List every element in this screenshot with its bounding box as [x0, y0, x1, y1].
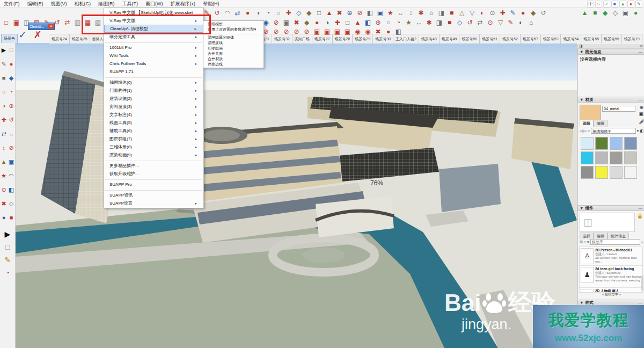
- file-tool-icon[interactable]: ▦: [84, 18, 92, 27]
- back-icon[interactable]: ◁: [580, 129, 582, 133]
- sandbox-tool-icon[interactable]: ◆: [601, 9, 609, 17]
- toolbar-icon[interactable]: ⊘: [282, 27, 290, 36]
- draw-tool-icon[interactable]: ✎: [1, 57, 8, 71]
- toolbar-icon[interactable]: ▣: [323, 27, 331, 36]
- toolbar-icon[interactable]: ⊘: [292, 27, 301, 36]
- menu-bar-item[interactable]: 相机(C): [71, 0, 95, 8]
- draw-tool-icon[interactable]: ★: [1, 169, 8, 183]
- cleanup-submenu-item[interactable]: 归零图层 ▸: [203, 46, 264, 51]
- sandbox-tool-icon[interactable]: ■: [591, 9, 599, 17]
- scene-tab[interactable]: 场景号57: [521, 34, 541, 44]
- toolbar-icon[interactable]: ●: [244, 9, 252, 17]
- extensions-menu-item[interactable]: 辅助工具(6) ▸: [104, 127, 203, 135]
- extensions-menu-item[interactable]: 线面工具(5) ▸: [104, 119, 203, 127]
- draw-tool-icon[interactable]: ◑: [1, 99, 8, 113]
- toolbar-icon[interactable]: ●: [384, 27, 392, 36]
- toolbar-icon[interactable]: ■: [445, 18, 453, 27]
- search-icon[interactable]: ⌕: [641, 240, 643, 244]
- draw-tool-icon[interactable]: ◇: [8, 197, 15, 211]
- toolbar-icon[interactable]: ✖: [292, 18, 301, 27]
- toolbar-icon[interactable]: ◧: [394, 27, 402, 36]
- toolbar-icon[interactable]: ▲: [325, 9, 333, 17]
- draw-tool-icon[interactable]: ◔: [8, 85, 15, 99]
- toolbar-icon[interactable]: ▣: [282, 18, 290, 27]
- extensions-menu-item[interactable]: Chris Fullmer Tools ▸: [104, 60, 203, 68]
- scene-tab[interactable]: 场景号24: [49, 34, 70, 44]
- select-tool-icon[interactable]: ▶: [2, 228, 13, 241]
- forward-icon[interactable]: ▷: [583, 129, 586, 133]
- detail-icon[interactable]: ◧: [640, 129, 643, 133]
- toolbar-icon[interactable]: ⊘: [303, 27, 311, 36]
- cleanup-tool-icon[interactable]: ✓: [16, 31, 29, 39]
- extensions-menu-item[interactable]: SUAPP资讯 ▸: [104, 191, 203, 199]
- menu-bar-item[interactable]: 绘图(R): [94, 0, 119, 8]
- collapse-icon[interactable]: —: [639, 206, 643, 211]
- material-swatch[interactable]: [595, 166, 608, 179]
- chevron-down-icon[interactable]: ▾: [587, 240, 589, 244]
- scene-tab[interactable]: 场景号54: [561, 34, 581, 44]
- menu-bar-item[interactable]: 扩展程序(x): [167, 0, 200, 8]
- scene-tab[interactable]: 场景号51: [480, 34, 500, 44]
- material-swatch[interactable]: [624, 166, 637, 179]
- materials-header[interactable]: ▼ 材质 —: [577, 97, 644, 103]
- toolbar-icon[interactable]: ↺: [539, 9, 547, 17]
- sandbox-tool-icon[interactable]: ●: [632, 9, 640, 17]
- menu-bar-item[interactable]: 窗口(W): [142, 0, 167, 8]
- material-swatch[interactable]: [581, 137, 594, 150]
- page-forward-icon[interactable]: ▹: [619, 292, 621, 296]
- scene-tab[interactable]: 场景号49: [440, 34, 460, 44]
- toolbar-icon[interactable]: ◇: [295, 9, 303, 17]
- component-scrollbar[interactable]: [641, 276, 643, 291]
- extensions-menu-item[interactable]: V-Ray 中文版 ▸: [104, 17, 203, 25]
- extensions-menu-item[interactable]: V-Ray 中文版 【SketchUp吧 汉化 www.sketchupbar.…: [104, 9, 203, 17]
- extensions-menu-item[interactable]: Wiki Tools ▸: [104, 52, 203, 60]
- toolbar-icon[interactable]: ▣: [343, 27, 352, 36]
- extensions-menu-item[interactable]: 渲染动画(9) ▸: [104, 151, 203, 159]
- extensions-menu-item[interactable]: 门窗构件(1) ▸: [104, 86, 203, 95]
- extensions-menu-item[interactable]: 建筑设施(2) ▸: [104, 95, 203, 103]
- extensions-menu-item[interactable]: SUAPP设置 ▸: [104, 199, 203, 207]
- toolbar-icon[interactable]: ↺: [213, 9, 221, 17]
- draw-tool-icon[interactable]: ✚: [1, 113, 8, 127]
- collapse-icon[interactable]: —: [639, 49, 643, 54]
- extensions-menu-item[interactable]: SUAPP 1.71 ▸: [104, 68, 203, 76]
- select-tool-icon[interactable]: ✎: [2, 253, 13, 266]
- toolbar-icon[interactable]: ◧: [364, 18, 372, 27]
- tray-icon[interactable]: S: [595, 1, 602, 8]
- toolbar-icon[interactable]: ⊕: [346, 9, 354, 17]
- toolbar-icon[interactable]: □: [315, 9, 323, 17]
- home-icon[interactable]: ⌂: [584, 240, 586, 244]
- menu-bar-item[interactable]: 视图(V): [47, 0, 71, 8]
- collapse-icon[interactable]: —: [639, 300, 643, 305]
- toolbar-icon[interactable]: ↺: [466, 18, 474, 27]
- extensions-menu-item[interactable]: 房间屋顶(3) ▸: [104, 103, 203, 111]
- material-swatch[interactable]: [624, 151, 637, 164]
- toolbar-icon[interactable]: ○: [274, 9, 282, 17]
- toolbar-icon[interactable]: ◉: [364, 27, 372, 36]
- select-tool-icon[interactable]: ◔: [2, 266, 13, 279]
- toolbar-icon[interactable]: ◆: [305, 9, 313, 17]
- tray-icon[interactable]: ✎: [635, 1, 642, 8]
- toolbar-icon[interactable]: ⊕: [374, 18, 382, 27]
- toolbar-icon[interactable]: ⊙: [488, 9, 496, 17]
- draw-tool-icon[interactable]: ▣: [8, 155, 15, 169]
- draw-tool-icon[interactable]: ●: [8, 57, 15, 71]
- extensions-menu-item[interactable]: 细分光滑工具 ▸: [104, 33, 203, 41]
- toolbar-icon[interactable]: ✎: [509, 9, 517, 17]
- sandbox-tool-icon[interactable]: ▲: [581, 9, 589, 17]
- tray-icon[interactable]: ▲: [619, 1, 626, 8]
- toolbar-icon[interactable]: ★: [405, 18, 413, 27]
- entity-info-header[interactable]: ▼ 图元信息 —: [577, 49, 644, 55]
- extensions-menu-item[interactable]: 轴网墙体(0) ▸: [104, 78, 203, 86]
- menu-bar-item[interactable]: 工具(T): [119, 0, 142, 8]
- cleanup-floating-toolbar[interactable]: CleanU... ✕: [28, 23, 55, 30]
- material-swatch[interactable]: [595, 137, 608, 150]
- tray-close-icon[interactable]: ✕: [640, 44, 643, 48]
- tray-icon[interactable]: ■: [611, 1, 618, 8]
- cleanup-submenu-item[interactable]: 合并材质 ▸: [203, 56, 264, 62]
- draw-tool-icon[interactable]: ⊕: [8, 99, 15, 113]
- draw-tool-icon[interactable]: ✖: [1, 197, 8, 211]
- toolbar-icon[interactable]: ◨: [437, 9, 445, 17]
- toolbar-icon[interactable]: ⊙: [486, 18, 494, 27]
- toolbar-icon[interactable]: ◐: [517, 18, 525, 27]
